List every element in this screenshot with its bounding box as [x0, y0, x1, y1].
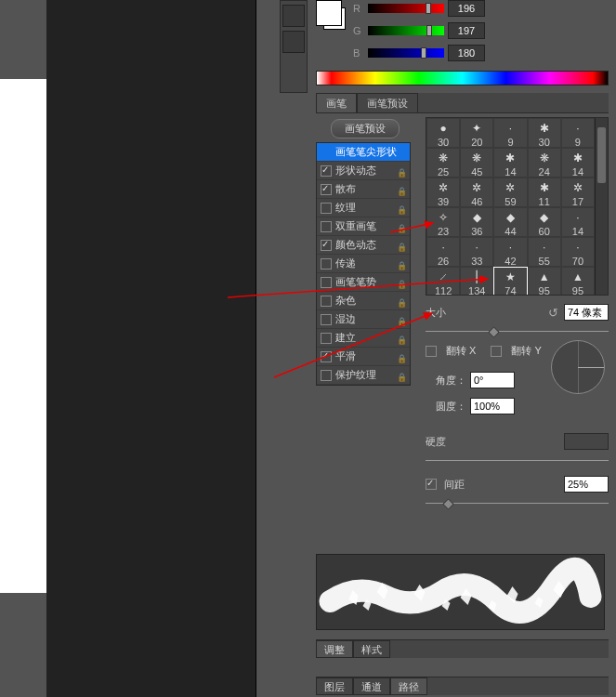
lock-icon[interactable] — [397, 222, 406, 231]
tab-brush-presets[interactable]: 画笔预设 — [357, 93, 418, 112]
lock-icon[interactable] — [397, 241, 406, 250]
brush-thumb-30[interactable]: ●30 — [426, 118, 460, 148]
spacing-checkbox[interactable] — [426, 479, 437, 490]
checkbox-icon[interactable] — [321, 165, 332, 177]
lock-icon[interactable] — [397, 259, 406, 269]
spacing-field[interactable]: 25% — [564, 476, 609, 493]
brush-thumb-17[interactable]: ✲17 — [561, 178, 595, 207]
brush-thumb-20[interactable]: ✦20 — [460, 118, 493, 148]
brush-thumb-30[interactable]: ✱30 — [528, 118, 561, 148]
opt-scattering[interactable]: 散布 — [317, 180, 410, 199]
lock-icon[interactable] — [397, 278, 406, 287]
canvas[interactable] — [0, 79, 46, 593]
brush-thumb-14[interactable]: ✱14 — [561, 148, 595, 178]
brush-thumb-14[interactable]: ✱14 — [493, 148, 527, 178]
checkbox-icon[interactable] — [321, 221, 332, 232]
opt-texture[interactable]: 纹理 — [317, 199, 410, 217]
roundness-field[interactable]: 100% — [470, 398, 515, 414]
checkbox-icon[interactable] — [321, 258, 332, 270]
flip-y-checkbox[interactable] — [491, 346, 502, 357]
brush-grid-scrollbar[interactable] — [595, 118, 608, 295]
angle-field[interactable]: 0° — [470, 372, 515, 388]
size-field[interactable]: 74 像素 — [564, 304, 609, 321]
opt-brush-pose[interactable]: 画笔笔势 — [317, 273, 410, 292]
lock-icon[interactable] — [397, 371, 406, 380]
checkbox-icon[interactable] — [321, 296, 332, 307]
brush-thumb-95[interactable]: ▲95 — [561, 267, 595, 295]
brush-thumb-11[interactable]: ✱11 — [528, 178, 561, 207]
tab-brush[interactable]: 画笔 — [316, 93, 357, 112]
spectrum-picker[interactable] — [316, 71, 609, 85]
fg-swatch[interactable] — [316, 0, 342, 26]
brush-thumb-9[interactable]: ·9 — [493, 118, 527, 148]
checkbox-icon[interactable] — [321, 351, 332, 362]
size-slider[interactable] — [426, 327, 609, 336]
brush-presets-button[interactable]: 画笔预设 — [331, 119, 400, 138]
brush-thumb-55[interactable]: ·55 — [528, 237, 561, 267]
checkbox-icon[interactable] — [321, 314, 332, 325]
brush-thumb-36[interactable]: ◆36 — [460, 207, 493, 237]
checkbox-icon[interactable] — [321, 240, 332, 251]
lock-icon[interactable] — [397, 296, 406, 306]
r-slider[interactable] — [368, 4, 444, 13]
g-slider[interactable] — [368, 26, 444, 35]
brush-thumb-9[interactable]: ·9 — [561, 118, 595, 148]
opt-transfer[interactable]: 传递 — [317, 255, 410, 273]
tab-adjust[interactable]: 调整 — [316, 640, 353, 658]
hardness-slider[interactable] — [426, 456, 609, 466]
g-value[interactable]: 197 — [448, 22, 485, 39]
opt-buildup[interactable]: 建立 — [317, 329, 410, 348]
b-slider[interactable] — [368, 48, 444, 58]
lock-icon[interactable] — [397, 204, 406, 213]
brush-thumb-44[interactable]: ◆44 — [493, 207, 527, 237]
brush-thumb-26[interactable]: ·26 — [426, 237, 460, 267]
brush-thumb-33[interactable]: ·33 — [460, 237, 493, 267]
brush-thumb-24[interactable]: ❋24 — [528, 148, 561, 178]
brush-thumb-70[interactable]: ·70 — [561, 237, 595, 267]
brush-thumb-112[interactable]: ⟋112 — [426, 267, 460, 295]
opt-tip-shape[interactable]: 画笔笔尖形状 — [317, 143, 410, 162]
lock-icon[interactable] — [397, 166, 406, 176]
brush-thumb-25[interactable]: ❋25 — [426, 148, 460, 178]
r-value[interactable]: 196 — [448, 0, 485, 17]
tab-styles[interactable]: 样式 — [353, 640, 390, 658]
opt-color-dynamics[interactable]: 颜色动态 — [317, 236, 410, 255]
checkbox-icon[interactable] — [321, 333, 332, 344]
brush-thumb-74[interactable]: ★74 — [493, 267, 527, 295]
brush-thumb-42[interactable]: ·42 — [493, 237, 527, 267]
lock-icon[interactable] — [397, 185, 406, 194]
opt-wet-edges[interactable]: 湿边 — [317, 310, 410, 329]
checkbox-icon[interactable] — [321, 277, 332, 288]
angle-picker[interactable] — [551, 340, 605, 394]
checkbox-icon[interactable] — [321, 370, 332, 381]
lock-icon[interactable] — [397, 352, 406, 362]
opt-protect-texture[interactable]: 保护纹理 — [317, 366, 410, 385]
dock-icon-2[interactable] — [282, 31, 305, 53]
brush-thumb-60[interactable]: ◆60 — [528, 207, 561, 237]
opt-shape-dynamics[interactable]: 形状动态 — [317, 162, 410, 180]
checkbox-icon[interactable] — [321, 184, 332, 195]
tab-paths[interactable]: 路径 — [390, 677, 427, 695]
spacing-slider[interactable] — [426, 499, 609, 508]
opt-smoothing[interactable]: 平滑 — [317, 348, 410, 366]
brush-thumb-45[interactable]: ❋45 — [460, 148, 493, 178]
opt-noise[interactable]: 杂色 — [317, 292, 410, 310]
brush-thumb-46[interactable]: ✲46 — [460, 178, 493, 207]
brush-thumb-95[interactable]: ▲95 — [528, 267, 561, 295]
flip-x-checkbox[interactable] — [426, 346, 437, 357]
r-label: R — [353, 3, 364, 14]
brush-thumb-14[interactable]: ·14 — [561, 207, 595, 237]
opt-dual-brush[interactable]: 双重画笔 — [317, 217, 410, 236]
tab-layers[interactable]: 图层 — [316, 677, 353, 695]
brush-thumb-39[interactable]: ✲39 — [426, 178, 460, 207]
lock-icon[interactable] — [397, 315, 406, 324]
checkbox-icon[interactable] — [321, 203, 332, 214]
b-value[interactable]: 180 — [448, 45, 485, 61]
reset-size-icon[interactable]: ↺ — [548, 306, 558, 320]
brush-thumb-134[interactable]: ⎮134 — [460, 267, 493, 295]
dock-icon-1[interactable] — [282, 5, 305, 27]
brush-thumb-59[interactable]: ✲59 — [493, 178, 527, 207]
lock-icon[interactable] — [397, 334, 406, 343]
tab-channels[interactable]: 通道 — [353, 677, 390, 695]
brush-thumb-23[interactable]: ✧23 — [426, 207, 460, 237]
